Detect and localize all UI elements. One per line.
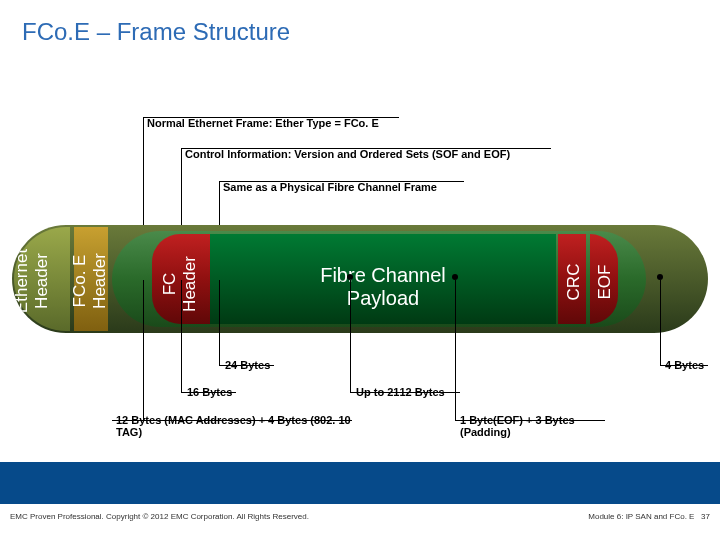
label-ethernet: EthernetHeader (12, 249, 51, 313)
anno-16bytes: 16 Bytes (187, 386, 232, 398)
connector-line (350, 280, 351, 392)
anno-same-as: Same as a Physical Fibre Channel Frame (223, 181, 437, 193)
seg-payload: Fibre ChannelPayload (210, 234, 556, 324)
footer-copyright: EMC Proven Professional. Copyright © 201… (10, 512, 309, 521)
connector-line (660, 280, 661, 365)
anno-upto: Up to 2112 Bytes (356, 386, 445, 398)
label-fc: FCHeader (160, 256, 199, 312)
connector-line (143, 117, 399, 118)
seg-ethernet-header: EthernetHeader (14, 227, 70, 331)
seg-eof: EOF (590, 234, 618, 324)
seg-crc: CRC (558, 234, 586, 324)
connector-dot (347, 274, 353, 280)
connector-line (455, 280, 456, 420)
anno-1byte: 1 Byte(EOF) + 3 Bytes (Padding) (460, 414, 620, 438)
connector-line (219, 280, 220, 365)
footer-band (0, 462, 720, 504)
connector-line (143, 280, 144, 420)
anno-4bytes: 4 Bytes (665, 359, 704, 371)
label-crc: CRC (564, 264, 584, 301)
connector-dot (657, 274, 663, 280)
label-payload: Fibre ChannelPayload (210, 264, 556, 310)
anno-24bytes: 24 Bytes (225, 359, 270, 371)
anno-12bytes: 12 Bytes (MAC Addresses) + 4 Bytes (802.… (116, 414, 356, 438)
page-title: FCo.E – Frame Structure (0, 0, 720, 46)
connector-line (181, 280, 182, 392)
anno-control-info: Control Information: Version and Ordered… (185, 148, 510, 160)
footer-module: Module 6: IP SAN and FCo. E 37 (588, 512, 710, 521)
connector-line (181, 148, 551, 149)
label-fcs: FCS (675, 262, 695, 296)
connector-dot (452, 274, 458, 280)
frame-diagram: EthernetHeader FCo. EHeader FCS FCHeader… (12, 225, 708, 333)
label-fcoe: FCo. EHeader (70, 253, 109, 309)
inner-fc-frame: FCHeader Fibre ChannelPayload CRC EOF (112, 231, 646, 327)
connector-line (219, 181, 464, 182)
label-eof: EOF (595, 265, 615, 300)
seg-fcoe-header: FCo. EHeader (74, 227, 108, 331)
anno-normal-frame: Normal Ethernet Frame: Ether Type = FCo.… (147, 117, 379, 129)
